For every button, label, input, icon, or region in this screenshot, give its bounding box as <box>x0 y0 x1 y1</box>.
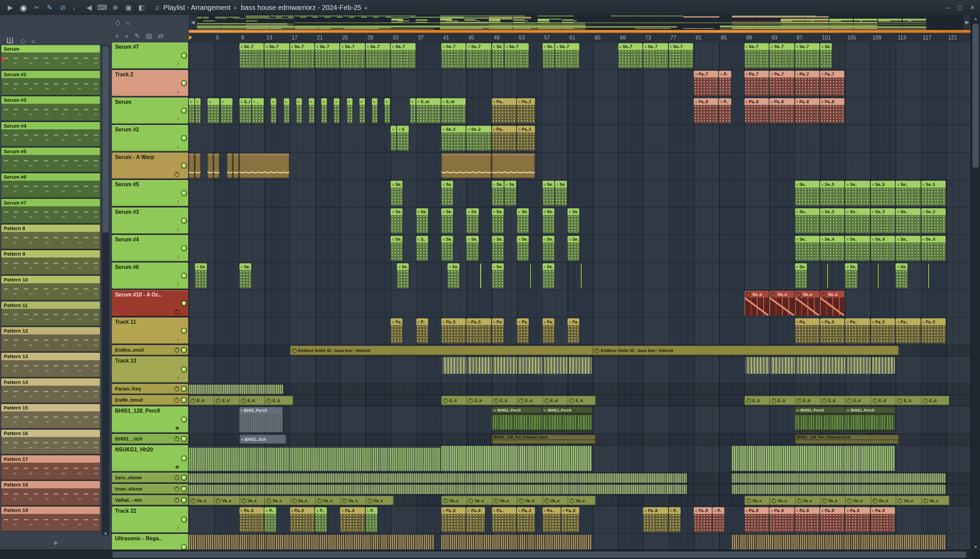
audio-clip-icon[interactable]: ◆ <box>175 425 179 431</box>
clip-menu-icon[interactable]: ≡ <box>922 210 924 213</box>
track-header-serum-3[interactable]: Serum #3...♪ <box>112 208 188 234</box>
playlist-clip-se-3[interactable]: ≡Se..3 <box>568 208 579 233</box>
track-header-bhis1-itch[interactable]: BHIS1_..itch <box>112 434 188 444</box>
clip-menu-icon[interactable]: ≡ <box>506 182 508 186</box>
playlist-clip-se-7[interactable]: ≡Se..7 <box>340 43 365 68</box>
music-note-icon[interactable]: ♪ <box>177 116 179 122</box>
track-mute-led[interactable] <box>182 274 186 278</box>
playlist-clip[interactable] <box>492 153 535 178</box>
clip-menu-icon[interactable]: ≡ <box>392 45 394 48</box>
playlist-clip-pa-[interactable]: ≡Pa.. <box>896 318 920 343</box>
playlist-clip[interactable] <box>233 153 239 178</box>
playlist-clip-e-it[interactable]: E..it <box>189 396 217 405</box>
clip-menu-icon[interactable]: ≡ <box>821 210 823 213</box>
clip-menu-icon[interactable]: ≡ <box>846 237 849 241</box>
playlist-clip-pa-2[interactable]: ≡Pa..2 <box>517 126 535 150</box>
playlist-clip-se-6[interactable]: ≡Se..6 <box>239 263 251 288</box>
clip-menu-icon[interactable]: ≡ <box>569 210 571 213</box>
playlist-clip-bhis1-128-per-channel-pitch[interactable]: BHIS1_128_Per..Channel pitch <box>795 435 899 444</box>
playlist-clip-va-x[interactable]: Va..x <box>795 496 823 506</box>
track-header-param-freq[interactable]: Param..freq <box>112 384 188 394</box>
pattern-item-serum-2[interactable]: Serum #2 <box>2 71 100 95</box>
clip-menu-icon[interactable]: ≡ <box>543 45 546 48</box>
playlist-clip[interactable] <box>732 446 895 471</box>
playlist-clip-se-6[interactable]: ≡Se..6 <box>397 263 409 288</box>
playlist-clip-se-[interactable]: ≡Se.. <box>492 181 503 206</box>
playlist-clip[interactable]: ≡ <box>346 98 352 123</box>
clip-menu-icon[interactable]: ≡ <box>493 45 495 48</box>
clip-menu-icon[interactable]: ≡ <box>468 237 470 241</box>
clip-menu-icon[interactable]: ≡ <box>872 237 874 241</box>
clip-menu-icon[interactable]: ≡ <box>897 210 899 213</box>
playlist-clip-va-x[interactable]: Va..x <box>492 496 520 506</box>
playlist-clip-se-6[interactable]: ≡Se..6 <box>195 263 207 288</box>
vertical-scrollbar[interactable]: ▲ ▼ <box>970 15 980 550</box>
typing-keyboard-icon[interactable]: ⌨ <box>96 3 109 12</box>
playlist-clip-se-[interactable]: ≡Se.. <box>845 181 870 206</box>
playlist-clip-pa-8[interactable]: ≡Pa..8 <box>820 98 845 123</box>
playlist-clip[interactable] <box>208 153 213 178</box>
clip-menu-icon[interactable]: ≡ <box>392 182 394 186</box>
playlist-clip-pa-8[interactable]: ≡Pa..8 <box>769 98 794 123</box>
playlist-clip-e-it[interactable]: E..it <box>820 396 848 405</box>
clip-menu-icon[interactable]: ≡ <box>846 320 849 323</box>
playlist-clip-bhis1-perc9[interactable]: ↦BHIS1..Perc9 <box>845 407 895 432</box>
playlist-clip[interactable]: ≡ <box>220 98 232 123</box>
music-note-icon[interactable]: ♪ <box>177 61 179 67</box>
clip-menu-icon[interactable]: ≡ <box>518 320 520 323</box>
playlist-clip-pa-9[interactable]: ≡Pa..9 <box>870 507 895 532</box>
track-mute-led[interactable] <box>182 53 186 58</box>
music-note-icon[interactable]: ♪ <box>177 336 179 342</box>
meter-icon[interactable]: ◧ <box>135 3 148 12</box>
playlist-clip-va-x[interactable]: Va..x <box>543 496 571 506</box>
playlist-clip[interactable]: ≡ <box>208 98 219 123</box>
clip-menu-icon[interactable]: ≡ <box>796 210 798 213</box>
playlist-clip-se-7[interactable]: ≡Se..7 <box>264 43 289 68</box>
playlist-clip[interactable] <box>189 473 687 483</box>
slide-icon[interactable]: ≈ <box>126 19 130 26</box>
playlist-clip-pa-[interactable]: ≡Pa.. <box>492 126 516 150</box>
playlist-clip-pa-5[interactable]: ≡Pa..5 <box>820 318 845 343</box>
playlist-clip-pa-8[interactable]: ≡Pa..8 <box>290 507 314 532</box>
clip-menu-icon[interactable]: ≡ <box>518 100 520 104</box>
vertical-scrollbar-thumb[interactable] <box>972 24 978 167</box>
clip-menu-icon[interactable]: ≡ <box>196 100 198 104</box>
draw-tool-icon[interactable]: ✎ <box>43 3 56 12</box>
playlist-row-bhis1-itch[interactable]: ×BHIS1..itchBHIS1_128_Per..Channel pitch… <box>189 434 972 445</box>
playlist-clip-se-3[interactable]: ≡Se..3 <box>441 208 453 233</box>
track-header-endles-ensit[interactable]: Endles..ensit <box>112 345 188 355</box>
playlist-clip[interactable]: ≡ <box>391 126 396 150</box>
playlist-clip-se-5[interactable]: ≡Se..5 <box>820 181 845 206</box>
clip-menu-icon[interactable]: ≡ <box>386 100 388 104</box>
pattern-item-pattern-18[interactable]: Pattern 18 <box>2 481 100 505</box>
playlist-clip-se-[interactable]: ≡Se.. <box>845 263 857 288</box>
clip-menu-icon[interactable]: ≡ <box>872 182 874 186</box>
clip-menu-icon[interactable]: ≡ <box>846 509 849 513</box>
playlist-clip-p-[interactable]: ≡P.. <box>719 98 731 123</box>
playlist-clip-va-x[interactable]: Va..x <box>517 496 545 506</box>
fullscreen-icon[interactable]: ▣ <box>122 3 135 12</box>
playlist-row-track-11[interactable]: ≡Pa..5≡P..≡Pa..5≡Pa..5≡Pa..≡Pa..5≡Pa..≡P… <box>189 318 972 345</box>
clip-menu-icon[interactable]: ≡ <box>746 100 747 104</box>
knob-icon[interactable] <box>174 309 179 314</box>
minimap[interactable]: ◀ ▶ <box>189 15 972 30</box>
pattern-item-pattern-11[interactable]: Pattern 11 <box>2 301 100 326</box>
clip-menu-icon[interactable]: ≡ <box>417 237 419 241</box>
playlist-clip[interactable]: ≡ <box>321 98 327 123</box>
playlist-clip-pa-[interactable]: ≡Pa.. <box>492 507 516 532</box>
playlist-clip-se-[interactable]: ≡Se.. <box>896 263 907 288</box>
clip-menu-icon[interactable]: ≡ <box>720 72 723 76</box>
clip-menu-icon[interactable]: ≡ <box>846 265 849 269</box>
clip-menu-icon[interactable]: ≡ <box>373 100 375 104</box>
music-note-icon[interactable]: ♪ <box>177 281 179 287</box>
playlist-clip-p-[interactable]: ≡P.. <box>416 318 428 343</box>
clip-menu-icon[interactable]: ≡ <box>398 265 401 269</box>
playlist-row-serum-5[interactable]: ≡Se..5≡Se..5≡Se..≡Se..5≡Se..≡Se..5≡Se..≡… <box>189 180 972 208</box>
playlist-clip-se-7[interactable]: ≡Se..7 <box>618 43 642 68</box>
playlist-clip-va-x[interactable]: Va..x <box>239 496 267 506</box>
playlist-clip-p-[interactable]: ≡P.. <box>719 71 731 96</box>
playlist-clip-se-[interactable]: ≡Se.. <box>543 236 554 260</box>
pattern-item-serum[interactable]: Serum <box>2 45 100 69</box>
playlist-clip[interactable]: ≡ <box>372 98 378 123</box>
clip-menu-icon[interactable]: ≡ <box>291 509 293 513</box>
